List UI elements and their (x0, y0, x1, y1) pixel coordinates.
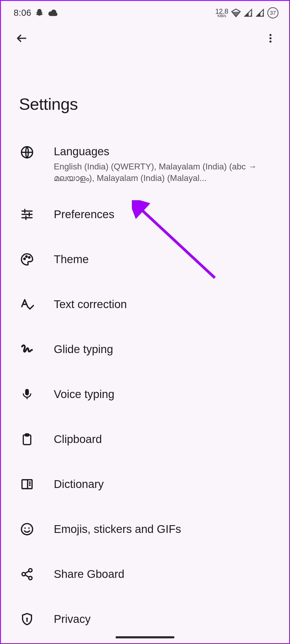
wifi-icon (231, 8, 241, 18)
battery-percent: 37 (270, 10, 276, 16)
status-bar: 8:06 12.8 KiB/s 37 (1, 1, 289, 25)
svg-point-4 (269, 40, 272, 43)
row-title: Clipboard (54, 432, 278, 446)
gesture-icon (20, 343, 34, 356)
emoji-icon (20, 522, 34, 536)
svg-point-0 (251, 15, 252, 17)
svg-point-6 (24, 258, 25, 259)
signal-1-icon (244, 8, 253, 17)
row-theme[interactable]: Theme (1, 237, 289, 282)
row-glide-typing[interactable]: Glide typing (1, 327, 289, 372)
cloud-icon (48, 9, 59, 17)
svg-point-1 (262, 15, 264, 17)
mic-icon (21, 388, 33, 401)
globe-icon (20, 146, 34, 159)
arrow-left-icon (16, 32, 28, 44)
settings-list: Languages English (India) (QWERTY), Mala… (1, 127, 289, 642)
svg-point-14 (28, 527, 30, 529)
status-right: 12.8 KiB/s 37 (215, 7, 278, 18)
row-dictionary[interactable]: Dictionary (1, 462, 289, 507)
svg-point-15 (29, 569, 32, 572)
gesture-nav-bar[interactable] (116, 636, 174, 638)
svg-rect-10 (25, 434, 29, 436)
row-title: Preferences (54, 207, 278, 222)
svg-point-7 (26, 256, 27, 257)
app-bar (1, 25, 289, 52)
book-icon (20, 478, 34, 491)
battery-indicator: 37 (267, 7, 278, 18)
status-left: 8:06 (14, 8, 59, 18)
row-title: Languages (54, 145, 278, 159)
row-title: Emojis, stickers and GIFs (54, 522, 278, 536)
row-clipboard[interactable]: Clipboard (1, 417, 289, 462)
share-icon (20, 567, 34, 581)
svg-point-8 (29, 257, 30, 258)
row-title: Privacy (54, 612, 278, 626)
palette-icon (20, 253, 34, 266)
shield-lock-icon (20, 612, 34, 626)
svg-point-3 (269, 37, 272, 39)
svg-point-13 (24, 527, 26, 529)
svg-point-17 (29, 576, 32, 580)
row-languages[interactable]: Languages English (India) (QWERTY), Mala… (1, 135, 289, 192)
sliders-icon (20, 208, 34, 221)
page-title: Settings (1, 52, 289, 127)
row-voice-typing[interactable]: Voice typing (1, 372, 289, 417)
clipboard-icon (21, 433, 33, 446)
status-clock: 8:06 (14, 8, 31, 18)
text-check-icon (20, 297, 34, 311)
network-rate: 12.8 KiB/s (215, 8, 228, 18)
row-text-correction[interactable]: Text correction (1, 282, 289, 327)
row-title: Dictionary (54, 477, 278, 491)
row-share-gboard[interactable]: Share Gboard (1, 552, 289, 597)
row-title: Share Gboard (54, 567, 278, 581)
row-title: Glide typing (54, 342, 278, 357)
signal-2-icon (255, 8, 265, 17)
overflow-menu-button[interactable] (261, 29, 280, 48)
svg-point-16 (22, 573, 25, 576)
snapchat-notification-icon (35, 8, 44, 17)
row-title: Voice typing (54, 387, 278, 401)
row-title: Theme (54, 252, 278, 267)
back-button[interactable] (12, 29, 31, 48)
row-title: Text correction (54, 297, 278, 312)
more-vert-icon (265, 33, 276, 44)
row-preferences[interactable]: Preferences (1, 192, 289, 237)
row-emoji[interactable]: Emojis, stickers and GIFs (1, 507, 289, 552)
row-privacy[interactable]: Privacy (1, 597, 289, 642)
row-subtitle: English (India) (QWERTY), Malayalam (Ind… (54, 161, 278, 184)
svg-point-12 (21, 524, 33, 535)
svg-point-2 (269, 34, 272, 36)
